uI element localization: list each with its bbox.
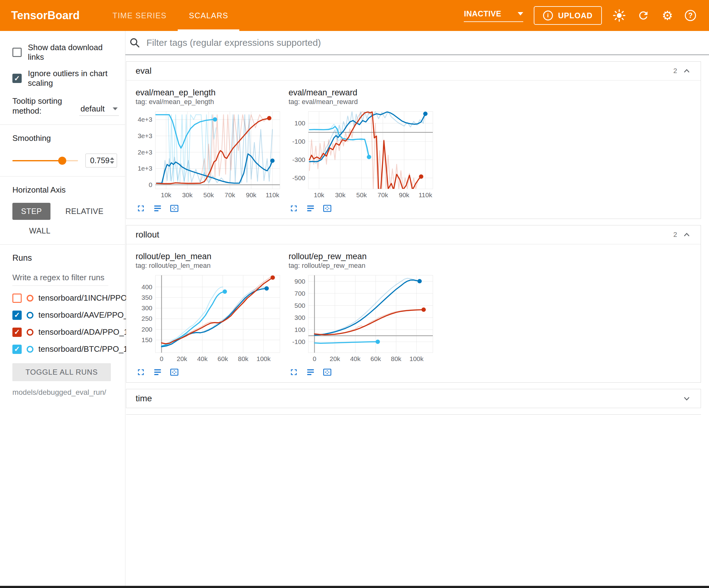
- chart-tag: tag: eval/mean_ep_length: [136, 98, 284, 106]
- runs-table-icon[interactable]: [152, 203, 163, 214]
- maximize-chart-icon[interactable]: [289, 367, 299, 378]
- chart-tag: tag: rollout/ep_rew_mean: [289, 262, 437, 270]
- smoothing-slider-knob[interactable]: [58, 157, 66, 165]
- brightness-icon[interactable]: [612, 9, 626, 22]
- svg-text:50k: 50k: [357, 191, 367, 199]
- runs-heading: Runs: [12, 253, 119, 263]
- runs-filter-input[interactable]: [12, 272, 108, 286]
- search-icon: [129, 37, 140, 48]
- run-checkbox[interactable]: [12, 311, 22, 320]
- axis-step-button[interactable]: STEP: [12, 203, 50, 220]
- svg-text:100k: 100k: [410, 355, 424, 362]
- smoothing-stepper[interactable]: [110, 157, 114, 164]
- show-download-label: Show data download links: [28, 43, 119, 62]
- chevron-up-icon[interactable]: [682, 66, 691, 76]
- run-checkbox[interactable]: [12, 328, 22, 337]
- section-eval: eval 2 eval/mean_ep_length tag: eval/mea…: [126, 61, 701, 219]
- svg-text:3e+3: 3e+3: [138, 132, 152, 139]
- header-actions: INACTIVE i UPLOAD ⚙ ?: [464, 0, 709, 31]
- smoothing-value-input[interactable]: [89, 156, 110, 165]
- section-title: eval: [136, 66, 151, 76]
- svg-text:0: 0: [149, 181, 152, 188]
- tab-scalars[interactable]: SCALARS: [178, 0, 239, 31]
- status-dropdown[interactable]: INACTIVE: [464, 9, 523, 22]
- runs-table-icon[interactable]: [305, 203, 316, 214]
- run-row-aave[interactable]: tensorboard/AAVE/PPO_1: [12, 310, 119, 320]
- chevron-down-icon[interactable]: [682, 394, 691, 403]
- runs-table-icon[interactable]: [152, 367, 163, 378]
- ignore-outliers-label: Ignore outliers in chart scaling: [28, 69, 119, 88]
- run-color-ring: [27, 329, 33, 336]
- status-dropdown-value: INACTIVE: [464, 9, 501, 18]
- svg-text:700: 700: [294, 290, 305, 297]
- section-title: time: [136, 393, 152, 404]
- svg-text:250: 250: [141, 315, 152, 322]
- fit-domain-icon[interactable]: [169, 203, 180, 214]
- svg-text:70k: 70k: [378, 191, 388, 199]
- svg-text:2e+3: 2e+3: [138, 149, 152, 156]
- section-time: time: [126, 389, 701, 408]
- tooltip-sorting-label: Tooltip sorting method:: [12, 96, 70, 116]
- toggle-all-runs-button[interactable]: TOGGLE ALL RUNS: [12, 363, 111, 381]
- smoothing-value-box: [85, 154, 117, 168]
- svg-text:100: 100: [294, 120, 305, 127]
- svg-text:0: 0: [160, 355, 163, 362]
- show-download-links-row[interactable]: Show data download links: [12, 43, 119, 62]
- main-content: eval 2 eval/mean_ep_length tag: eval/mea…: [125, 31, 709, 586]
- settings-gear-icon[interactable]: ⚙: [661, 9, 674, 22]
- axis-wall-button[interactable]: WALL: [22, 222, 57, 239]
- axis-relative-button[interactable]: RELATIVE: [58, 203, 110, 220]
- svg-text:20k: 20k: [177, 355, 187, 362]
- upload-button[interactable]: i UPLOAD: [534, 6, 602, 25]
- svg-text:1e+3: 1e+3: [138, 165, 152, 172]
- tooltip-sorting-select[interactable]: default: [79, 104, 119, 116]
- fit-domain-icon[interactable]: [322, 203, 333, 214]
- run-checkbox[interactable]: [12, 344, 22, 354]
- svg-text:50k: 50k: [203, 191, 214, 199]
- fit-domain-icon[interactable]: [169, 367, 180, 378]
- show-download-checkbox[interactable]: [12, 48, 22, 57]
- section-time-header[interactable]: time: [126, 389, 701, 408]
- help-icon[interactable]: ?: [685, 10, 696, 21]
- section-eval-header[interactable]: eval 2: [126, 61, 701, 80]
- tag-filter-bar: [125, 31, 709, 55]
- section-title: rollout: [136, 230, 159, 240]
- runs-table-icon[interactable]: [305, 367, 316, 378]
- tab-time-series[interactable]: TIME SERIES: [101, 0, 178, 31]
- fit-domain-icon[interactable]: [322, 367, 333, 378]
- maximize-chart-icon[interactable]: [289, 203, 299, 214]
- svg-text:350: 350: [141, 294, 152, 301]
- run-row-btc[interactable]: tensorboard/BTC/PPO_1: [12, 344, 119, 354]
- svg-text:60k: 60k: [218, 355, 228, 362]
- app-title: TensorBoard: [11, 0, 80, 31]
- ignore-outliers-checkbox[interactable]: [12, 74, 22, 83]
- maximize-chart-icon[interactable]: [136, 367, 146, 378]
- ignore-outliers-row[interactable]: Ignore outliers in chart scaling: [12, 69, 119, 88]
- svg-text:500: 500: [294, 302, 305, 309]
- svg-text:4e+3: 4e+3: [138, 116, 152, 123]
- divider: [0, 244, 125, 245]
- refresh-icon[interactable]: [636, 9, 650, 22]
- chart-plot[interactable]: 10k30k50k70k90k110k01e+32e+33e+34e+3: [136, 108, 284, 202]
- svg-text:30k: 30k: [182, 191, 192, 199]
- svg-text:90k: 90k: [399, 191, 409, 199]
- chart-plot[interactable]: 020k40k60k80k100k150200250300350400: [136, 272, 284, 366]
- chevron-up-icon[interactable]: [682, 230, 691, 239]
- chart-plot[interactable]: 10k30k50k70k90k110k100-100-300-500: [289, 108, 437, 202]
- upload-label: UPLOAD: [558, 11, 593, 20]
- run-row-1inch[interactable]: tensorboard/1INCH/PPO_1: [12, 293, 119, 303]
- chart-plot[interactable]: 020k40k60k80k100k-100100300500700900: [289, 272, 437, 366]
- tag-filter-input[interactable]: [146, 37, 709, 48]
- run-label: tensorboard/1INCH/PPO_1: [38, 293, 136, 303]
- divider: [0, 176, 125, 177]
- maximize-chart-icon[interactable]: [136, 203, 146, 214]
- svg-text:-100: -100: [292, 338, 305, 345]
- run-checkbox[interactable]: [12, 293, 22, 303]
- svg-text:70k: 70k: [225, 191, 235, 199]
- svg-text:400: 400: [141, 283, 152, 290]
- chart-count-badge: 2: [674, 231, 677, 239]
- section-rollout-header[interactable]: rollout 2: [126, 225, 701, 244]
- run-row-ada[interactable]: tensorboard/ADA/PPO_1: [12, 327, 119, 337]
- smoothing-slider[interactable]: [12, 160, 78, 161]
- tooltip-sorting-value: default: [80, 104, 105, 113]
